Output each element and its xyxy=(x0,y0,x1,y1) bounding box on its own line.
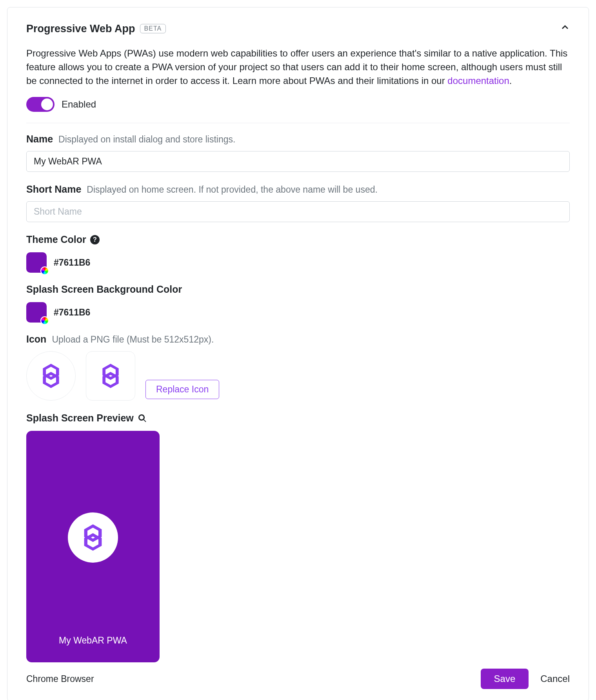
icon-label: Icon xyxy=(26,334,46,345)
name-label-row: Name Displayed on install dialog and sto… xyxy=(26,133,570,145)
app-logo-icon xyxy=(41,364,61,388)
splash-bg-hex: #7611B6 xyxy=(54,307,90,318)
name-label: Name xyxy=(26,133,53,145)
icon-preview-rounded xyxy=(86,351,135,401)
shortname-label: Short Name xyxy=(26,184,81,195)
icon-preview-row: Replace Icon xyxy=(26,351,570,401)
splash-preview-label-row: Splash Screen Preview xyxy=(26,412,570,424)
theme-color-label-row: Theme Color ? xyxy=(26,234,570,245)
cancel-button[interactable]: Cancel xyxy=(540,673,570,684)
splash-bg-label: Splash Screen Background Color xyxy=(26,284,182,295)
icon-hint: Upload a PNG file (Must be 512x512px). xyxy=(52,334,214,345)
splash-bg-swatch-wrap[interactable] xyxy=(26,302,47,323)
enabled-toggle-row: Enabled xyxy=(26,97,570,112)
app-logo-icon xyxy=(100,364,121,388)
toggle-knob xyxy=(41,98,53,110)
splash-bg-row: #7611B6 xyxy=(26,302,570,323)
theme-color-label: Theme Color xyxy=(26,234,86,245)
beta-badge: BETA xyxy=(140,24,166,33)
save-button[interactable]: Save xyxy=(481,669,529,689)
splash-preview: My WebAR PWA xyxy=(26,431,160,662)
pwa-settings-panel: Progressive Web App BETA Progressive Web… xyxy=(7,7,589,700)
divider xyxy=(26,123,570,123)
action-buttons: Save Cancel xyxy=(481,669,570,689)
splash-bg-label-row: Splash Screen Background Color xyxy=(26,284,570,295)
theme-color-swatch-wrap[interactable] xyxy=(26,252,47,273)
name-input[interactable] xyxy=(26,151,570,172)
bottom-row: Chrome Browser Save Cancel xyxy=(26,669,570,689)
splash-preview-label: Splash Screen Preview xyxy=(26,412,134,424)
name-hint: Displayed on install dialog and store li… xyxy=(58,134,235,145)
splash-preview-app-name: My WebAR PWA xyxy=(26,635,160,646)
help-icon[interactable]: ? xyxy=(90,235,100,244)
documentation-link[interactable]: documentation xyxy=(447,75,509,86)
replace-icon-button[interactable]: Replace Icon xyxy=(145,380,219,399)
app-logo-icon xyxy=(82,524,104,551)
shortname-label-row: Short Name Displayed on home screen. If … xyxy=(26,184,570,195)
color-picker-icon xyxy=(40,266,49,275)
shortname-hint: Displayed on home screen. If not provide… xyxy=(87,184,378,195)
color-picker-icon xyxy=(40,316,49,325)
enabled-toggle[interactable] xyxy=(26,97,55,112)
magnify-icon[interactable] xyxy=(138,414,147,423)
theme-color-hex: #7611B6 xyxy=(54,257,90,268)
splash-preview-icon xyxy=(68,512,118,563)
panel-title: Progressive Web App xyxy=(26,23,135,35)
panel-header: Progressive Web App BETA xyxy=(26,22,570,35)
icon-preview-circle xyxy=(26,351,76,401)
shortname-input[interactable] xyxy=(26,201,570,222)
description-tail: . xyxy=(509,75,512,86)
icon-label-row: Icon Upload a PNG file (Must be 512x512p… xyxy=(26,334,570,345)
panel-title-wrap: Progressive Web App BETA xyxy=(26,23,166,35)
pwa-description: Progressive Web Apps (PWAs) use modern w… xyxy=(26,47,570,88)
theme-color-row: #7611B6 xyxy=(26,252,570,273)
enabled-label: Enabled xyxy=(62,99,96,110)
collapse-chevron-up-icon[interactable] xyxy=(560,22,570,35)
splash-preview-caption: Chrome Browser xyxy=(26,674,94,684)
